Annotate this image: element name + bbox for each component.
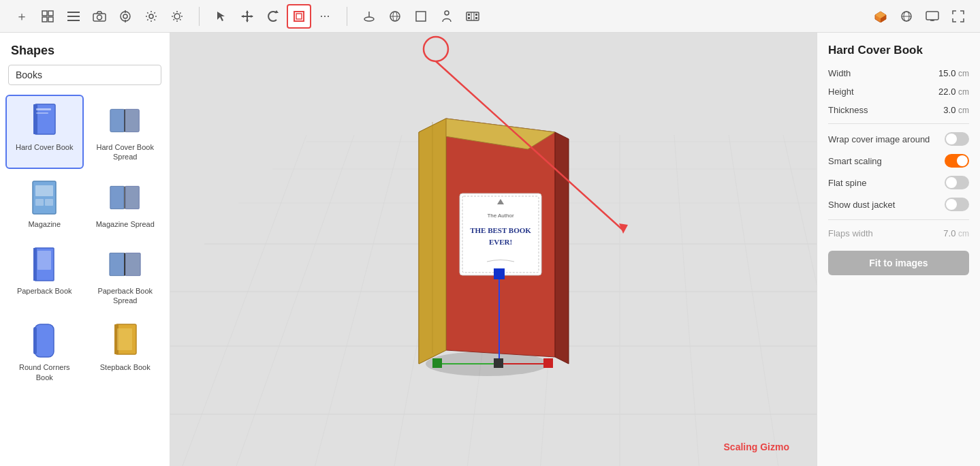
thickness-label: Thickness [828, 105, 868, 115]
dust-jacket-row: Show dust jacket [828, 198, 969, 211]
film-tool-button[interactable] [460, 4, 485, 29]
sphere-tool-button[interactable] [383, 4, 407, 29]
flat-toggle[interactable] [945, 176, 969, 189]
svg-rect-0 [42, 11, 47, 16]
magazine-icon [28, 180, 61, 215]
rect-tool-button[interactable] [409, 4, 433, 29]
sidebar-item-magazine[interactable]: Magazine [5, 172, 84, 236]
rotate-button[interactable] [261, 4, 285, 29]
svg-point-8 [97, 15, 102, 20]
svg-rect-118 [432, 358, 442, 368]
shapes-dropdown[interactable]: Books Magazines Electronics Furniture [8, 65, 161, 85]
width-label: Width [828, 68, 851, 78]
smart-label: Smart scaling [828, 156, 882, 166]
svg-rect-31 [296, 14, 302, 19]
round-corners-book-label: Round Corners Book [11, 362, 78, 382]
target-button[interactable] [113, 4, 138, 29]
width-value: 15.0 cm [938, 68, 969, 78]
svg-rect-73 [125, 253, 140, 275]
magazine-spread-label: Magazine Spread [96, 219, 155, 229]
svg-rect-65 [45, 199, 53, 206]
svg-rect-5 [67, 16, 80, 17]
select-button[interactable] [209, 4, 234, 29]
paperback-book-label: Paperback Book [17, 286, 72, 296]
svg-point-9 [121, 12, 130, 21]
shape-grid: Hard Cover Book Hard Cover Book Spread [0, 95, 170, 400]
wrap-toggle[interactable] [945, 132, 969, 146]
toolbar-right-group [353, 4, 489, 29]
toolbar-center-group: ··· [205, 4, 341, 29]
svg-point-10 [123, 14, 127, 18]
svg-rect-59 [110, 109, 125, 131]
hard-cover-book-spread-icon [109, 103, 142, 138]
svg-rect-120 [543, 358, 553, 368]
toolbar-left-group: ＋ [5, 4, 193, 29]
stepback-book-label: Stepback Book [100, 362, 151, 372]
add-button[interactable]: ＋ [10, 4, 34, 29]
sidebar-item-round-corners-book[interactable]: Round Corners Book [5, 315, 84, 389]
main-layout: Shapes Books Magazines Electronics Furni… [0, 33, 980, 466]
cube-tool-button[interactable] [868, 4, 893, 29]
wrap-row: Wrap cover image around [828, 132, 969, 146]
scale-button[interactable] [287, 4, 311, 29]
menu-button[interactable] [61, 4, 86, 29]
globe-tool-button[interactable] [894, 4, 919, 29]
flaps-row: Flaps width 7.0 cm [828, 228, 969, 238]
svg-rect-4 [67, 12, 80, 13]
more-button[interactable]: ··· [313, 4, 337, 29]
sidebar-item-stepback-book[interactable]: Stepback Book [86, 315, 165, 389]
stepback-book-icon [109, 323, 142, 358]
svg-point-38 [445, 11, 449, 15]
svg-rect-58 [36, 112, 48, 114]
panel-title: Hard Cover Book [828, 44, 969, 57]
expand-tool-button[interactable] [946, 4, 970, 29]
flat-toggle-knob [946, 177, 957, 188]
svg-line-21 [180, 12, 180, 13]
sidebar-item-magazine-spread[interactable]: Magazine Spread [86, 172, 165, 236]
sidebar: Shapes Books Magazines Electronics Furni… [0, 33, 170, 466]
dust-toggle[interactable] [945, 198, 969, 211]
sidebar-item-paperback-book[interactable]: Paperback Book [5, 238, 84, 313]
magazine-spread-icon [109, 180, 142, 215]
floor-tool-button[interactable] [357, 4, 381, 29]
wrap-toggle-knob [946, 134, 957, 144]
canvas-area[interactable]: THE BEST BOOK COVER! [170, 33, 817, 466]
settings-button[interactable] [139, 4, 163, 29]
svg-marker-28 [251, 15, 253, 18]
svg-marker-26 [246, 20, 249, 22]
svg-rect-70 [33, 248, 37, 281]
svg-rect-75 [35, 324, 54, 357]
flat-label: Flat spine [828, 178, 866, 188]
height-value: 22.0 cm [938, 87, 969, 97]
hard-cover-book-label: Hard Cover Book [16, 142, 73, 152]
grid-button[interactable] [35, 4, 60, 29]
monitor-tool-button[interactable] [920, 4, 945, 29]
svg-text:THE BEST BOOK: THE BEST BOOK [470, 226, 531, 234]
sidebar-item-hard-cover-book-spread[interactable]: Hard Cover Book Spread [86, 95, 165, 169]
flaps-value: 7.0 cm [943, 228, 969, 238]
thickness-row: Thickness 3.0 cm [828, 105, 969, 115]
camera-button[interactable] [87, 4, 112, 29]
panel-divider-2 [828, 219, 969, 220]
move-button[interactable] [235, 4, 259, 29]
sidebar-item-paperback-book-spread[interactable]: Paperback Book Spread [86, 238, 165, 313]
panel-divider-1 [828, 123, 969, 124]
fit-to-images-button[interactable]: Fit to images [828, 251, 969, 275]
wrap-label: Wrap cover image around [828, 134, 930, 144]
person-tool-button[interactable] [434, 4, 459, 29]
svg-marker-107 [555, 132, 569, 364]
svg-rect-2 [42, 17, 47, 22]
svg-text:The Author: The Author [487, 213, 513, 219]
sidebar-item-hard-cover-book[interactable]: Hard Cover Book [5, 95, 84, 169]
svg-line-22 [174, 19, 174, 20]
svg-rect-57 [36, 108, 51, 110]
smart-toggle[interactable] [945, 154, 969, 168]
svg-marker-25 [246, 10, 249, 13]
svg-rect-116 [494, 268, 505, 279]
svg-rect-67 [125, 186, 139, 208]
svg-rect-41 [468, 17, 470, 19]
width-row: Width 15.0 cm [828, 68, 969, 78]
svg-point-13 [149, 14, 153, 18]
svg-rect-66 [110, 186, 124, 208]
light-button[interactable] [165, 4, 189, 29]
